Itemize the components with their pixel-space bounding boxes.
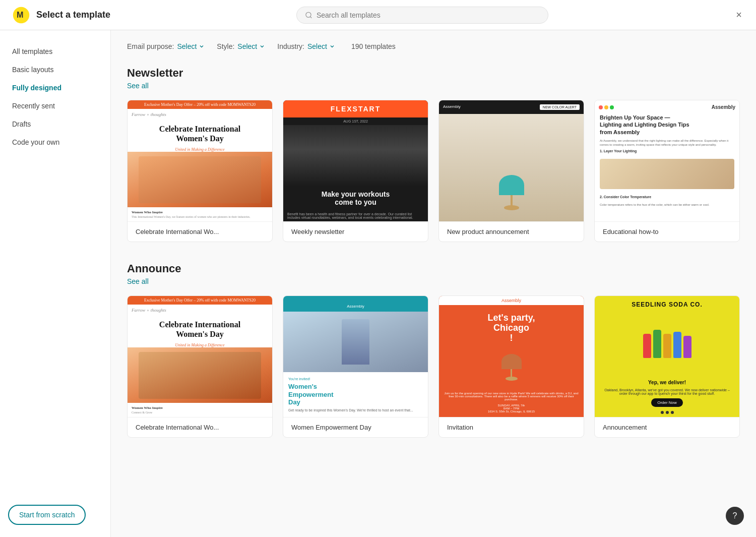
help-button[interactable]: ? [726,507,744,525]
search-input[interactable] [317,11,540,19]
template-card[interactable]: Exclusive Mother's Day Offer – 20% off w… [127,295,273,438]
main-content: Email purpose: Select Style: Select Indu… [111,30,756,537]
template-card[interactable]: Exclusive Mother's Day Offer – 20% off w… [127,100,273,242]
announce-see-all[interactable]: See all [127,277,740,285]
search-icon [305,11,312,19]
chevron-down-icon [329,43,335,49]
template-thumbnail: Exclusive Mother's Day Offer – 20% off w… [128,100,272,221]
announce-header: Announce See all [127,262,740,285]
svg-text:M: M [17,10,23,19]
email-purpose-filter: Email purpose: Select [127,42,205,50]
template-thumbnail: Assembly Brighten Up Your Space —Lightin… [595,100,739,221]
template-name: Announcement [595,417,739,437]
template-name: Celebrate International Wo... [128,417,272,437]
template-name: Educational how-to [595,221,739,242]
style-filter: Style: Select [217,42,265,50]
newsletter-header: Newsletter See all [127,67,740,90]
newsletter-section: Newsletter See all Exclusive Mother's Da… [127,67,740,242]
template-name: Celebrate International Wo... [128,221,272,242]
sidebar-item-basic-layouts[interactable]: Basic layouts [0,61,110,79]
industry-filter: Industry: Select [277,42,335,50]
sidebar-item-recently-sent[interactable]: Recently sent [0,97,110,115]
email-purpose-label: Email purpose: [127,42,174,50]
sidebar-item-all-templates[interactable]: All templates [0,42,110,61]
announce-grid: Exclusive Mother's Day Offer – 20% off w… [127,295,740,438]
sidebar-item-drafts[interactable]: Drafts [0,115,110,133]
newsletter-see-all[interactable]: See all [127,82,740,90]
template-thumbnail: Exclusive Mother's Day Offer – 20% off w… [128,296,272,417]
svg-point-2 [306,12,311,17]
mailchimp-logo: M [12,6,30,24]
template-card[interactable]: SEEDLING SODA CO. Yep, we d [594,295,740,438]
page-title: Select a template [36,10,110,20]
start-from-scratch-button[interactable]: Start from scratch [8,505,86,525]
close-button[interactable]: × [734,7,744,23]
main-layout: All templates Basic layouts Fully design… [0,30,756,537]
template-card[interactable]: Assembly Brighten Up Your Space —Lightin… [594,100,740,242]
style-select[interactable]: Select [237,42,265,50]
template-name: Women Empowerment Day [283,417,428,437]
announce-title: Announce [127,262,740,275]
template-thumbnail: Assembly You're invited! Women'sEmpowerm… [283,296,428,417]
template-thumbnail: SEEDLING SODA CO. Yep, we d [595,296,739,417]
template-thumbnail: FLEXSTART AUG 1ST, 2022 Make your workou… [283,100,428,221]
newsletter-grid: Exclusive Mother's Day Offer – 20% off w… [127,100,740,242]
template-count: 190 templates [351,42,396,50]
template-card[interactable]: Assembly You're invited! Women'sEmpowerm… [283,295,428,438]
industry-label: Industry: [277,42,304,50]
style-label: Style: [217,42,234,50]
topbar: M Select a template × [0,0,756,30]
sidebar: All templates Basic layouts Fully design… [0,30,111,537]
template-name: Invitation [439,417,584,437]
announce-section: Announce See all Exclusive Mother's Day … [127,262,740,438]
template-thumbnail: Assembly Let's party,Chicago! Join us fo… [439,296,584,417]
template-card[interactable]: FLEXSTART AUG 1ST, 2022 Make your workou… [283,100,428,242]
sidebar-item-code-your-own[interactable]: Code your own [0,133,110,151]
template-thumbnail: Assembly NEW COLOR ALERT [439,100,584,221]
newsletter-title: Newsletter [127,67,740,80]
topbar-left: M Select a template [12,6,110,24]
chevron-down-icon [199,43,205,49]
filter-bar: Email purpose: Select Style: Select Indu… [127,42,740,50]
template-card[interactable]: Assembly Let's party,Chicago! Join us fo… [438,295,584,438]
chevron-down-icon [259,43,265,49]
sidebar-bottom: Start from scratch [8,505,86,525]
industry-select[interactable]: Select [307,42,335,50]
template-card[interactable]: Assembly NEW COLOR ALERT [438,100,584,242]
search-bar[interactable] [296,7,548,24]
template-name: Weekly newsletter [283,221,428,242]
email-purpose-select[interactable]: Select [177,42,205,50]
sidebar-item-fully-designed[interactable]: Fully designed [0,79,110,97]
template-name: New product announcement [439,221,584,242]
